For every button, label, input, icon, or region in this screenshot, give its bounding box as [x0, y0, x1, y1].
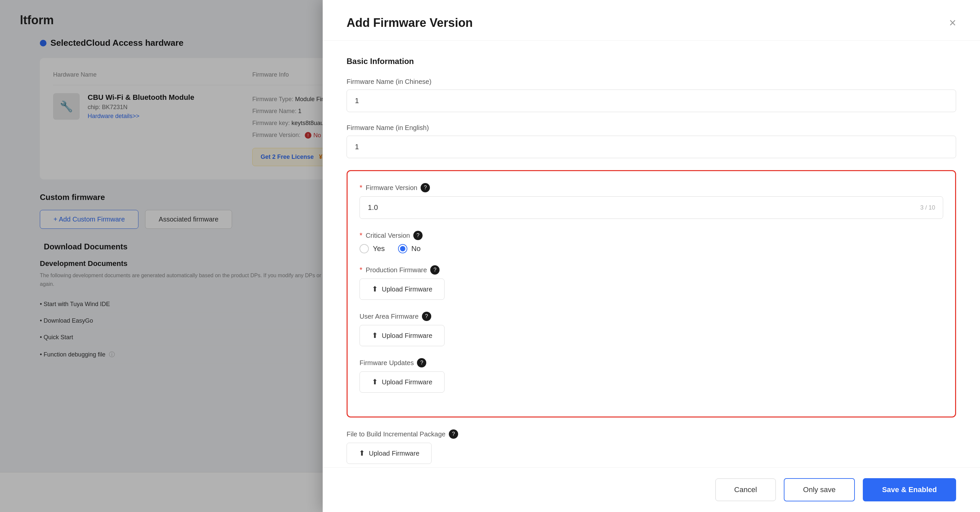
- fw-updates-group: Firmware Updates ? ⬆ Upload Firmware: [360, 358, 943, 393]
- incremental-group: File to Build Incremental Package ? ⬆ Up…: [347, 430, 956, 464]
- only-save-button[interactable]: Only save: [784, 478, 855, 501]
- fw-name-cn-group: Firmware Name (in Chinese): [347, 78, 956, 112]
- critical-version-group: * Critical Version ? Yes No: [360, 231, 943, 254]
- fw-name-cn-input[interactable]: [347, 90, 956, 112]
- user-area-fw-label: User Area Firmware: [360, 313, 418, 320]
- critical-yes-option[interactable]: Yes: [360, 244, 385, 254]
- critical-yes-label: Yes: [373, 244, 385, 253]
- critical-no-option[interactable]: No: [398, 244, 421, 254]
- incremental-label: File to Build Incremental Package: [347, 430, 445, 438]
- fw-version-label: Firmware Version: [366, 184, 418, 192]
- production-fw-help-icon[interactable]: ?: [430, 265, 439, 274]
- fw-name-en-input[interactable]: [347, 136, 956, 158]
- fw-version-input[interactable]: [360, 196, 943, 219]
- basic-info-title: Basic Information: [347, 57, 956, 66]
- critical-radio-group: Yes No: [360, 244, 943, 254]
- upload-user-area-label: Upload Firmware: [382, 332, 432, 339]
- fw-name-cn-label: Firmware Name (in Chinese): [347, 78, 431, 86]
- upload-production-label: Upload Firmware: [382, 285, 432, 293]
- fw-name-en-group: Firmware Name (in English): [347, 124, 956, 158]
- user-area-fw-help-icon[interactable]: ?: [422, 312, 431, 321]
- fw-updates-help-icon[interactable]: ?: [417, 358, 426, 368]
- production-required-star: *: [360, 266, 363, 274]
- critical-no-label: No: [411, 244, 421, 253]
- upload-production-icon: ⬆: [372, 285, 378, 293]
- fw-updates-label: Firmware Updates: [360, 359, 414, 367]
- upload-user-area-icon: ⬆: [372, 331, 378, 340]
- user-area-fw-group: User Area Firmware ? ⬆ Upload Firmware: [360, 312, 943, 346]
- fw-version-group: * Firmware Version ? 3 / 10: [360, 183, 943, 219]
- highlighted-firmware-section: * Firmware Version ? 3 / 10 * Critical V…: [347, 170, 956, 417]
- upload-updates-button[interactable]: ⬆ Upload Firmware: [360, 371, 444, 393]
- production-fw-label: Production Firmware: [366, 266, 427, 274]
- critical-version-help-icon[interactable]: ?: [413, 231, 423, 240]
- modal-close-button[interactable]: ×: [949, 17, 956, 29]
- upload-incremental-button[interactable]: ⬆ Upload Firmware: [347, 443, 431, 464]
- save-enabled-button[interactable]: Save & Enabled: [863, 478, 956, 501]
- upload-user-area-button[interactable]: ⬆ Upload Firmware: [360, 325, 444, 346]
- add-firmware-modal: Add Firmware Version × Basic Information…: [323, 0, 980, 512]
- upload-updates-label: Upload Firmware: [382, 378, 432, 386]
- fw-version-required-star: *: [360, 183, 363, 192]
- upload-incremental-icon: ⬆: [359, 449, 365, 458]
- fw-version-help-icon[interactable]: ?: [421, 183, 430, 192]
- cancel-button[interactable]: Cancel: [716, 479, 776, 501]
- modal-title: Add Firmware Version: [347, 16, 473, 30]
- critical-required-star: *: [360, 231, 363, 240]
- production-fw-group: * Production Firmware ? ⬆ Upload Firmwar…: [360, 265, 943, 300]
- upload-production-button[interactable]: ⬆ Upload Firmware: [360, 279, 444, 300]
- upload-incremental-label: Upload Firmware: [369, 450, 419, 457]
- fw-version-counter: 3 / 10: [920, 204, 935, 211]
- critical-yes-radio[interactable]: [360, 244, 369, 254]
- modal-footer: Cancel Only save Save & Enabled: [323, 467, 980, 512]
- upload-updates-icon: ⬆: [372, 378, 378, 386]
- critical-version-label: Critical Version: [366, 232, 410, 239]
- fw-name-en-label: Firmware Name (in English): [347, 124, 429, 132]
- incremental-help-icon[interactable]: ?: [449, 430, 458, 439]
- critical-no-radio[interactable]: [398, 244, 407, 254]
